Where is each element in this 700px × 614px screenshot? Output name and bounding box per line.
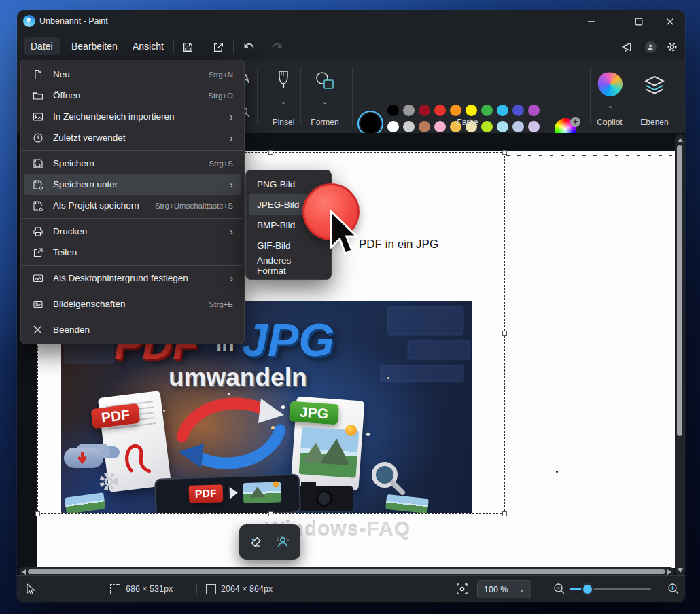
tab-bearbeiten[interactable]: Bearbeiten xyxy=(65,37,124,55)
menu-item-importieren[interactable]: In Zeichenbereich importieren › xyxy=(24,106,241,127)
remove-background-button[interactable] xyxy=(275,534,291,550)
floating-ai-toolbar xyxy=(239,524,300,560)
vertical-scrollbar[interactable] xyxy=(675,134,685,576)
zoom-out-button[interactable] xyxy=(553,582,566,596)
save-button[interactable] xyxy=(177,38,198,56)
mouse-cursor xyxy=(329,209,362,261)
feedback-megaphone-icon[interactable] xyxy=(616,38,637,56)
palette-color[interactable] xyxy=(497,105,508,116)
tab-ansicht[interactable]: Ansicht xyxy=(126,37,171,55)
divider xyxy=(635,67,635,125)
palette-color[interactable] xyxy=(419,121,430,132)
palette-color[interactable] xyxy=(481,105,493,116)
settings-gear-icon[interactable] xyxy=(662,38,682,56)
menu-item-bildeigenschaften[interactable]: Bildeigenschaften Strg+E xyxy=(24,293,241,314)
tab-datei[interactable]: Datei xyxy=(24,37,60,55)
palette-color[interactable] xyxy=(403,121,415,132)
scroll-right-arrow[interactable] xyxy=(667,569,671,575)
zoom-level-dropdown[interactable]: 100 % ⌄ xyxy=(477,580,531,598)
palette-color[interactable] xyxy=(387,105,399,116)
zoom-in-button[interactable] xyxy=(667,582,680,596)
palette-color[interactable] xyxy=(528,121,540,132)
chevron-right-icon: › xyxy=(230,132,233,143)
menu-item-shortcut: Strg+S xyxy=(209,160,233,168)
menu-item-speichern-unter[interactable]: Speichern unter › xyxy=(24,174,241,195)
chevron-down-icon: ⌄ xyxy=(607,102,613,109)
fit-to-screen-button[interactable] xyxy=(455,582,469,596)
minimize-button[interactable] xyxy=(581,13,601,30)
menu-item-desktophintergrund[interactable]: Als Desktophintergrund festlegen › xyxy=(24,268,241,289)
new-file-icon xyxy=(32,69,43,80)
menu-item-label: Speichern xyxy=(53,158,200,168)
generative-erase-button[interactable] xyxy=(249,534,265,550)
palette-color[interactable] xyxy=(481,121,493,132)
selection-handle[interactable] xyxy=(502,331,507,336)
zoom-slider-thumb[interactable] xyxy=(581,583,594,596)
menu-separator xyxy=(22,150,243,151)
pointer-status-icon xyxy=(27,583,36,595)
color-label: Farbe xyxy=(457,118,478,127)
menu-item-beenden[interactable]: Beenden xyxy=(24,319,241,340)
add-color-icon[interactable]: + xyxy=(570,117,580,127)
account-avatar[interactable] xyxy=(640,38,661,56)
menu-item-speichern[interactable]: Speichern Strg+S xyxy=(24,153,241,174)
palette-color[interactable] xyxy=(434,105,446,116)
menu-item-drucken[interactable]: Drucken › xyxy=(24,221,241,242)
selection-handle[interactable] xyxy=(35,511,40,516)
menu-item-label: Neu xyxy=(53,69,199,79)
submenu-item-anderes-format[interactable]: Anderes Format xyxy=(249,255,328,276)
palette-color[interactable] xyxy=(528,105,540,116)
import-image-icon xyxy=(32,111,43,122)
palette-color[interactable] xyxy=(497,121,508,132)
vertical-scrollbar-thumb[interactable] xyxy=(677,145,682,436)
palette-color[interactable] xyxy=(512,121,524,132)
palette-color[interactable] xyxy=(450,105,461,116)
menu-item-label: In Zeichenbereich importieren xyxy=(53,111,220,122)
menu-item-label: Teilen xyxy=(53,247,233,257)
save-as-icon xyxy=(32,179,43,190)
submenu-item-label: Anderes Format xyxy=(257,255,320,276)
menu-item-neu[interactable]: Neu Strg+N xyxy=(24,64,241,85)
save-project-icon xyxy=(32,200,43,211)
horizontal-scrollbar-thumb[interactable] xyxy=(28,569,665,574)
submenu-item-label: PNG-Bild xyxy=(257,179,295,189)
chevron-down-icon: ⌄ xyxy=(280,98,286,105)
maximize-button[interactable] xyxy=(629,13,649,30)
selection-handle[interactable] xyxy=(502,511,507,516)
palette-color[interactable] xyxy=(403,105,415,116)
close-button[interactable] xyxy=(660,13,680,30)
palette-color[interactable] xyxy=(466,105,477,116)
chevron-right-icon: › xyxy=(230,111,233,122)
menu-item-als-projekt-speichern[interactable]: Als Projekt speichern Strg+Umschalttaste… xyxy=(24,195,241,216)
divider xyxy=(300,67,301,125)
menu-item-label: Als Projekt speichern xyxy=(53,200,145,211)
brush-icon xyxy=(275,69,292,91)
window-title: Unbenannt - Paint xyxy=(39,16,108,26)
menu-item-label: Speichern unter xyxy=(53,179,220,189)
palette-color[interactable] xyxy=(419,105,430,116)
menu-item-teilen[interactable]: Teilen xyxy=(24,242,241,263)
divider xyxy=(233,39,234,54)
menu-item-label: Bildeigenschaften xyxy=(53,299,200,309)
selection-handle[interactable] xyxy=(268,150,273,155)
palette-color[interactable] xyxy=(434,121,446,132)
selection-handle[interactable] xyxy=(268,511,273,516)
scroll-left-arrow[interactable] xyxy=(22,569,26,575)
palette-color[interactable] xyxy=(387,121,399,132)
selection-handle[interactable] xyxy=(502,150,507,155)
menu-item-oeffnen[interactable]: Öffnen Strg+O xyxy=(24,85,241,106)
undo-button[interactable] xyxy=(238,38,258,56)
scroll-up-arrow[interactable] xyxy=(678,138,683,142)
redo-button[interactable] xyxy=(267,38,287,56)
open-folder-icon xyxy=(32,90,43,101)
palette-color[interactable] xyxy=(512,105,524,116)
recent-clock-icon xyxy=(32,132,43,143)
divider xyxy=(196,583,197,595)
scroll-down-arrow[interactable] xyxy=(678,568,683,573)
save-icon xyxy=(32,158,43,169)
submenu-item-gif[interactable]: GIF-Bild xyxy=(249,235,328,255)
submenu-item-label: GIF-Bild xyxy=(257,240,291,251)
share-button[interactable] xyxy=(208,38,228,56)
divider xyxy=(257,67,258,125)
menu-item-zuletzt-verwendet[interactable]: Zuletzt verwendet › xyxy=(24,127,241,148)
